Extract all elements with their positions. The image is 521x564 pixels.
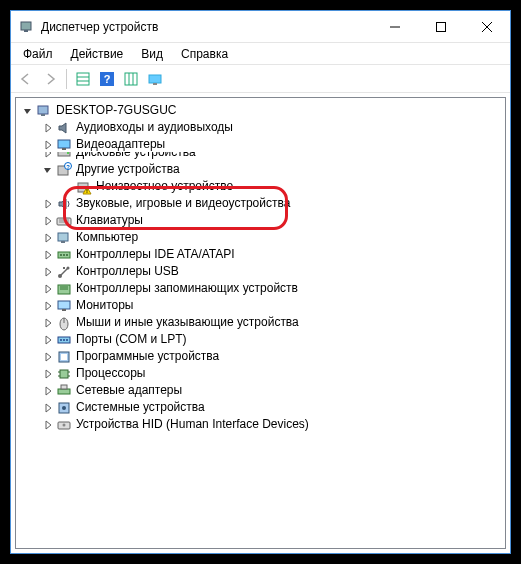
tree-category-label: Контроллеры IDE ATA/ATAPI bbox=[76, 246, 235, 263]
tree-category[interactable]: Системные устройства bbox=[18, 399, 503, 416]
mouse-icon bbox=[56, 315, 72, 331]
tree-category-label: Порты (COM и LPT) bbox=[76, 331, 187, 348]
svg-rect-16 bbox=[38, 106, 48, 114]
tree-category-label: Аудиовходы и аудиовыходы bbox=[76, 119, 233, 136]
svg-rect-0 bbox=[21, 22, 31, 30]
expander-icon[interactable] bbox=[40, 281, 56, 297]
tree-category[interactable]: Порты (COM и LPT) bbox=[18, 331, 503, 348]
expander-icon[interactable] bbox=[40, 298, 56, 314]
expander-icon[interactable] bbox=[40, 417, 56, 433]
tree-category[interactable]: Программные устройства bbox=[18, 348, 503, 365]
tree-category-label: Программные устройства bbox=[76, 348, 219, 365]
close-button[interactable] bbox=[464, 11, 510, 42]
tree-category[interactable]: Дисковые устройства bbox=[18, 152, 503, 161]
menu-action[interactable]: Действие bbox=[63, 45, 132, 63]
tree-category-label: Звуковые, игровые и видеоустройства bbox=[76, 195, 290, 212]
expander-icon[interactable] bbox=[40, 120, 56, 136]
svg-rect-30 bbox=[58, 233, 68, 241]
keyboard-icon bbox=[56, 213, 72, 229]
expander-icon[interactable] bbox=[40, 366, 56, 382]
menu-view[interactable]: Вид bbox=[133, 45, 171, 63]
svg-point-21 bbox=[67, 152, 69, 154]
device-tree[interactable]: DESKTOP-7GUSGUCАудиовходы и аудиовыходыВ… bbox=[15, 97, 506, 549]
svg-point-34 bbox=[63, 254, 65, 256]
forward-button bbox=[39, 68, 61, 90]
svg-point-33 bbox=[60, 254, 62, 256]
svg-rect-11 bbox=[125, 73, 137, 85]
svg-point-61 bbox=[62, 406, 66, 410]
maximize-button[interactable] bbox=[418, 11, 464, 42]
svg-rect-59 bbox=[61, 385, 67, 389]
tree-category[interactable]: Устройства HID (Human Interface Devices) bbox=[18, 416, 503, 433]
tree-category[interactable]: Мониторы bbox=[18, 297, 503, 314]
tree-root-label: DESKTOP-7GUSGUC bbox=[56, 102, 176, 119]
tree-category[interactable]: ?Другие устройства bbox=[18, 161, 503, 178]
tree-category[interactable]: Мыши и иные указывающие устройства bbox=[18, 314, 503, 331]
tree-category[interactable]: Звуковые, игровые и видеоустройства bbox=[18, 195, 503, 212]
svg-point-48 bbox=[60, 339, 62, 341]
expander-icon[interactable] bbox=[40, 137, 56, 153]
menubar: Файл Действие Вид Справка bbox=[11, 43, 510, 65]
expander-icon[interactable] bbox=[40, 264, 56, 280]
svg-rect-14 bbox=[149, 75, 161, 83]
tree-category[interactable]: Контроллеры IDE ATA/ATAPI bbox=[18, 246, 503, 263]
expander-icon[interactable] bbox=[40, 196, 56, 212]
expander-icon[interactable] bbox=[40, 400, 56, 416]
display-icon bbox=[56, 137, 72, 153]
monitor-icon bbox=[56, 298, 72, 314]
expander-icon[interactable] bbox=[20, 103, 36, 119]
minimize-button[interactable] bbox=[372, 11, 418, 42]
expander-icon[interactable] bbox=[40, 230, 56, 246]
back-button bbox=[15, 68, 37, 90]
disk-icon bbox=[56, 152, 72, 161]
expander-icon[interactable] bbox=[40, 315, 56, 331]
tree-category-label: Компьютер bbox=[76, 229, 138, 246]
expander-icon[interactable] bbox=[40, 152, 56, 161]
expander-icon[interactable] bbox=[40, 213, 56, 229]
tree-category[interactable]: Контроллеры USB bbox=[18, 263, 503, 280]
system-icon bbox=[56, 400, 72, 416]
tree-category[interactable]: Компьютер bbox=[18, 229, 503, 246]
devices-by-connection-button[interactable] bbox=[120, 68, 142, 90]
tree-category[interactable]: Процессоры bbox=[18, 365, 503, 382]
svg-rect-3 bbox=[437, 22, 446, 31]
tree-category[interactable]: Контроллеры запоминающих устройств bbox=[18, 280, 503, 297]
expander-icon[interactable] bbox=[40, 383, 56, 399]
tree-root[interactable]: DESKTOP-7GUSGUC bbox=[18, 102, 503, 119]
tree-category-label: Системные устройства bbox=[76, 399, 205, 416]
expander-icon[interactable] bbox=[40, 162, 56, 178]
tree-category[interactable]: Видеоадаптеры bbox=[18, 136, 503, 153]
tree-category[interactable]: Аудиовходы и аудиовыходы bbox=[18, 119, 503, 136]
titlebar[interactable]: Диспетчер устройств bbox=[11, 11, 510, 43]
usb-icon bbox=[56, 264, 72, 280]
computer-icon bbox=[36, 103, 52, 119]
svg-rect-31 bbox=[61, 241, 65, 243]
expander-icon[interactable] bbox=[40, 247, 56, 263]
device-manager-window: Диспетчер устройств Файл Действие Вид Сп… bbox=[10, 10, 511, 554]
tree-device-label: Неизвестное устройство bbox=[96, 178, 233, 195]
tree-device[interactable]: !Неизвестное устройство bbox=[18, 178, 503, 195]
devices-by-type-button[interactable] bbox=[72, 68, 94, 90]
svg-rect-53 bbox=[60, 370, 68, 378]
unknown-warn-icon: ! bbox=[76, 179, 92, 195]
tree-category-label: Мониторы bbox=[76, 297, 133, 314]
help-button[interactable]: ? bbox=[96, 68, 118, 90]
show-hidden-button[interactable] bbox=[144, 68, 166, 90]
expander-icon[interactable] bbox=[40, 349, 56, 365]
svg-point-35 bbox=[66, 254, 68, 256]
menu-file[interactable]: Файл bbox=[15, 45, 61, 63]
computer-icon bbox=[56, 230, 72, 246]
svg-rect-52 bbox=[61, 354, 67, 360]
tree-category[interactable]: Клавиатуры bbox=[18, 212, 503, 229]
svg-text:?: ? bbox=[66, 163, 70, 169]
menu-help[interactable]: Справка bbox=[173, 45, 236, 63]
tree-category-label: Мыши и иные указывающие устройства bbox=[76, 314, 299, 331]
tree-category-label: Контроллеры USB bbox=[76, 263, 179, 280]
svg-rect-19 bbox=[62, 148, 66, 150]
tree-category-label: Сетевые адаптеры bbox=[76, 382, 182, 399]
expander-icon[interactable] bbox=[40, 332, 56, 348]
svg-rect-17 bbox=[41, 114, 45, 116]
svg-rect-15 bbox=[153, 83, 157, 85]
tree-category[interactable]: Сетевые адаптеры bbox=[18, 382, 503, 399]
toolbar: ? bbox=[11, 65, 510, 93]
